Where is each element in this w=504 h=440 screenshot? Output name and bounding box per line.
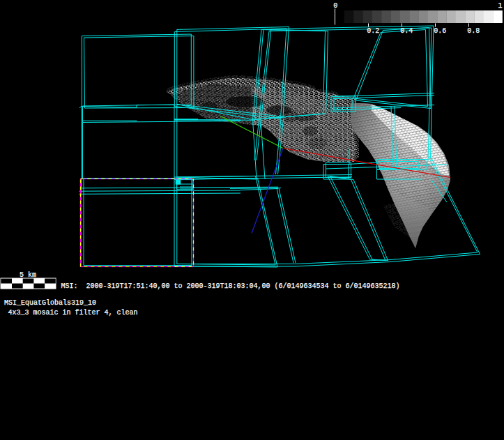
svg-text:0.8: 0.8: [467, 27, 480, 35]
svg-text:MSI_EquatGlobals319_10: MSI_EquatGlobals319_10: [4, 299, 96, 307]
svg-text:MSI: 2000-319T17:51:40,00 to: MSI: 2000-319T17:51:40,00 to 2000-319T18…: [61, 282, 400, 290]
svg-text:0.4: 0.4: [400, 27, 413, 35]
svg-text:4x3_3 mosaic in filter 4, clea: 4x3_3 mosaic in filter 4, clean: [8, 309, 138, 317]
svg-text:0: 0: [333, 2, 337, 10]
svg-text:1: 1: [498, 2, 502, 10]
svg-text:0.6: 0.6: [434, 27, 446, 35]
svg-text:5 km: 5 km: [20, 271, 36, 279]
svg-text:0.2: 0.2: [367, 27, 379, 35]
